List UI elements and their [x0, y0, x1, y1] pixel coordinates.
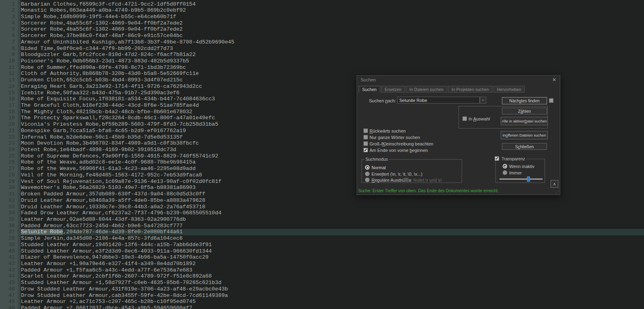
match-case-checkbox[interactable] [363, 141, 368, 146]
search-mode-regex-radio[interactable] [365, 178, 369, 182]
line-number: 10 [0, 58, 18, 64]
tab-suchen[interactable]: Suchen [359, 86, 380, 93]
dot-matches-newline-checkbox[interactable] [404, 178, 409, 182]
editor-line[interactable]: 11Robe of Summer,ffed890a-69fe-4798-8c71… [0, 64, 644, 71]
transparency-on-losing-focus-label: Wenn inaktiv [509, 164, 535, 169]
fold-margin-cell [18, 273, 21, 280]
line-number: 41 [0, 254, 18, 261]
fold-margin-cell [18, 33, 21, 39]
line-number: 7 [0, 39, 18, 46]
line-text: Selunite Robe,204de787-46de-4d39-8fe0-2e… [21, 229, 644, 235]
tab-hervorheben[interactable]: Hervorheben [493, 86, 525, 93]
search-mode-extended-label: Erweitert (\n, \r, \t, \0, \x...) [372, 172, 423, 176]
fold-margin-cell [18, 166, 21, 172]
line-number: 40 [0, 248, 18, 255]
fold-margin-cell [18, 1, 21, 8]
editor-line[interactable]: 5Sorcerer Robe,4ba55c6f-1302-4069-9e04-f… [0, 26, 644, 33]
fold-margin-cell [18, 286, 21, 292]
close-icon[interactable]: ✕ [552, 77, 556, 83]
fold-margin-cell [18, 185, 21, 191]
tab-ersetzen[interactable]: Ersetzen [381, 86, 405, 93]
swap-buttons-checkbox[interactable] [549, 98, 553, 103]
line-number: 16 [0, 96, 18, 102]
transparency-always-radio[interactable] [503, 170, 507, 175]
in-selection-checkbox[interactable] [462, 116, 467, 121]
transparency-checkbox[interactable] [495, 156, 499, 161]
line-number: 18 [0, 109, 18, 115]
line-text: Sorcerer Robe,4ba55c6f-1302-4069-9e04-ff… [21, 26, 644, 33]
editor-line[interactable]: 44Scarlet Leather Armour,2cbf1f6b-2607-4… [0, 273, 644, 280]
editor-line[interactable]: 39Studded Leather Armour,19451420-13f6-4… [0, 242, 644, 248]
editor-line[interactable]: 34Faded Drow Leather Armour,cf6237a2-7f3… [0, 210, 644, 216]
transparency-always-label: Immer [509, 170, 522, 175]
editor-line[interactable]: 47Drow Studded Leather Armour,cab3455f-5… [0, 292, 644, 299]
line-text: Robe of Summer,ffed890a-69fe-4798-8c71-1… [21, 64, 644, 71]
line-number: 23 [0, 140, 18, 147]
editor-line[interactable]: 35Leather Armour,02ae5d88-8044-43df-8363… [0, 216, 644, 223]
dialog-title: Suchen [361, 77, 376, 82]
editor-line[interactable]: 48Leather Armour +2,ac71c753-c207-465c-b… [0, 299, 644, 305]
fold-margin-cell [18, 39, 21, 46]
editor-line[interactable]: 49Padded Armour +2,06612037-dbce-4543-a9… [0, 305, 644, 309]
resize-grip[interactable]: ⋰ [555, 191, 559, 194]
line-number: 29 [0, 178, 18, 185]
editor-line[interactable]: 43Padded Armour +1,f5faa6c5-a43c-4edd-a7… [0, 267, 644, 274]
editor-line[interactable]: 6Sorcerer Robe,37be86c0-f4af-48af-86c9-e… [0, 33, 644, 39]
fold-margin-cell [18, 26, 21, 33]
fold-margin-cell [18, 305, 21, 309]
editor-line[interactable]: 7Armour of Uninhibited Kushigo,ab7f13b8-… [0, 39, 644, 46]
line-number: 27 [0, 166, 18, 172]
line-text: Scarlet Leather Armour,2cbf1f6b-2607-478… [21, 273, 644, 280]
line-number: 4 [0, 20, 18, 27]
editor-line[interactable]: 4Sorcerer Robe,4ba55c6f-1302-4069-9e04-f… [0, 20, 644, 27]
line-text: Studded Leather Armour,19451420-13f6-444… [21, 242, 644, 248]
tab-in-dateien-suchen[interactable]: In Dateien suchen [406, 86, 447, 93]
editor-line[interactable]: 32Druid Leather Armour,b8468a39-a5ff-4de… [0, 197, 644, 204]
whole-word-label: Nur ganze Wörter suchen [369, 135, 420, 140]
editor-line[interactable]: 9Bloodguzzler Garb,5fc2fcce-810d-47d2-82… [0, 52, 644, 58]
find-next-button[interactable]: Nächstes finden [502, 97, 547, 104]
transparency-on-losing-focus-radio[interactable] [503, 164, 507, 168]
fold-margin-cell [18, 292, 21, 299]
backward-direction-checkbox[interactable] [363, 129, 368, 133]
fold-margin-cell [18, 153, 21, 160]
editor-line[interactable]: 45Studded Leather Armour +1,58d7927f-c6e… [0, 280, 644, 286]
transparency-slider[interactable] [500, 176, 543, 182]
tab-in-projekten-suchen[interactable]: In Projekten suchen [448, 86, 493, 93]
fold-margin-cell [18, 77, 21, 83]
editor-line[interactable]: 41Blazer of Benevolence,947dbbe3-19e3-4b… [0, 254, 644, 261]
find-what-input[interactable] [397, 97, 480, 104]
search-mode-normal-radio[interactable] [365, 165, 369, 170]
editor-line[interactable]: 46Drow Studded Leather Armour,431f019e-3… [0, 286, 644, 292]
editor-line[interactable]: 33Druid Leather Armour,10338c7e-39c8-44b… [0, 204, 644, 210]
editor-line[interactable]: 3Simple Robe,168b9099-19f5-44e4-b55c-e64… [0, 14, 644, 20]
close-button[interactable]: Schließen [502, 143, 547, 150]
fold-margin-cell [18, 115, 21, 121]
line-number: 31 [0, 191, 18, 197]
fold-margin-cell [18, 7, 21, 14]
find-all-current-file-button[interactable]: Alle in aktiver Datei suchen [501, 117, 548, 125]
fold-margin-cell [18, 71, 21, 77]
wrap-around-checkbox[interactable] [363, 148, 368, 152]
editor-line[interactable]: 10Poisoner's Robe,0db056b3-23d1-4873-883… [0, 58, 644, 64]
transparency-slider-thumb[interactable] [527, 176, 530, 182]
find-all-open-files-button[interactable]: In offenen Dateien suchen [501, 131, 548, 139]
editor-line[interactable]: 42Leather Armour +1,90a79e46-e327-41f4-a… [0, 261, 644, 267]
editor-line[interactable]: 38Simple Jerkin,da345d08-2186-4e4a-857c-… [0, 235, 644, 242]
editor-line[interactable]: 37Selunite Robe,204de787-46de-4d39-8fe0-… [0, 229, 644, 235]
editor-line[interactable]: 1Barbarian Clothes,f6599c3f-cfcd-4721-9c… [0, 1, 644, 8]
combo-dropdown-icon[interactable]: ˅ [480, 97, 486, 104]
search-match-highlight: Selunite Robe [21, 229, 63, 235]
search-mode-extended-radio[interactable] [365, 172, 369, 176]
collapse-button[interactable]: ∧ [551, 180, 558, 188]
fold-margin-cell [18, 147, 21, 153]
editor-line[interactable]: 2Monastic Robes,063ea449-a0ba-4749-b9b5-… [0, 7, 644, 14]
line-number: 1 [0, 1, 18, 8]
editor-line[interactable]: 36Padded Armour,63cc7723-245d-4b62-b9e6-… [0, 223, 644, 229]
count-button[interactable]: Zählen [502, 108, 547, 114]
editor-line[interactable]: 40Studded Leather Armour,e3f2d3d9-8ec6-4… [0, 248, 644, 255]
line-number: 25 [0, 153, 18, 160]
editor-line[interactable]: 8Bided Time,9e8f0ce6-c344-47f9-bb99-202c… [0, 46, 644, 52]
line-text: Sorcerer Robe,4ba55c6f-1302-4069-9e04-ff… [21, 20, 644, 27]
whole-word-checkbox[interactable] [363, 135, 368, 139]
